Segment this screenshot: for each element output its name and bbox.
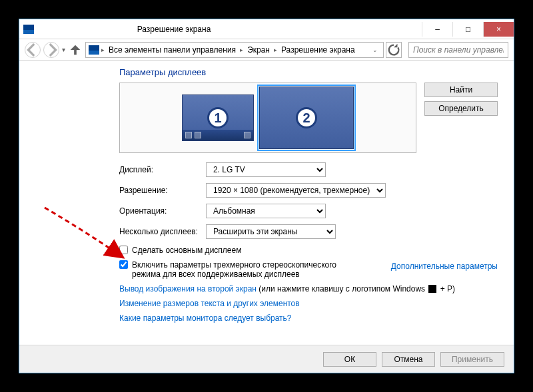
arrow-right-icon xyxy=(44,43,59,57)
screen-resolution-window: Разрешение экрана – □ × ▾ ▸ Все элементы… xyxy=(19,19,514,373)
stereo-checkbox[interactable] xyxy=(119,260,128,269)
window-title: Разрешение экрана xyxy=(0,25,422,34)
second-screen-link[interactable]: Вывод изображения на второй экран xyxy=(119,284,257,294)
stereo-label: Включить параметры трехмерного стереоско… xyxy=(132,260,358,279)
content-area: Параметры дисплеев 1 2 Найти Определить … xyxy=(19,61,514,345)
close-button[interactable]: × xyxy=(483,22,514,37)
monitor-1-taskbar xyxy=(183,130,253,140)
monitor-1-badge: 1 xyxy=(207,107,229,128)
make-primary-label: Сделать основным дисплеем xyxy=(132,246,241,255)
arrow-up-icon xyxy=(68,43,83,57)
cancel-button[interactable]: Отмена xyxy=(382,352,435,367)
multiple-displays-label: Несколько дисплеев: xyxy=(119,227,206,236)
breadcrumb-1[interactable]: Все элементы панели управления xyxy=(107,45,238,55)
titlebar-buttons: – □ × xyxy=(422,22,514,37)
identify-button[interactable]: Определить xyxy=(424,101,498,116)
address-bar[interactable]: ▸ Все элементы панели управления ▸ Экран… xyxy=(85,42,384,58)
maximize-button[interactable]: □ xyxy=(452,22,483,37)
minimize-icon: – xyxy=(435,25,440,34)
resolution-select[interactable]: 1920 × 1080 (рекомендуется, трехмерное) xyxy=(206,183,386,198)
breadcrumb-2[interactable]: Экран xyxy=(245,45,272,55)
orientation-select[interactable]: Альбомная xyxy=(206,204,326,218)
close-icon: × xyxy=(496,25,501,34)
monitor-2[interactable]: 2 xyxy=(259,87,354,149)
advanced-settings-link[interactable]: Дополнительные параметры xyxy=(391,262,498,271)
chevron-right-icon: ▸ xyxy=(101,47,105,53)
titlebar: Разрешение экрана – □ × xyxy=(19,19,514,39)
breadcrumb-3[interactable]: Разрешение экрана xyxy=(279,45,357,55)
ok-button[interactable]: ОК xyxy=(323,352,376,367)
display-select[interactable]: 2. LG TV xyxy=(206,162,326,177)
monitor-1[interactable]: 1 xyxy=(182,95,254,141)
orientation-label: Ориентация: xyxy=(119,206,206,216)
navbar: ▾ ▸ Все элементы панели управления ▸ Экр… xyxy=(19,39,514,61)
dialog-footer: ОК Отмена Применить xyxy=(19,345,514,373)
nav-history-dropdown[interactable]: ▾ xyxy=(62,46,65,53)
search-input[interactable] xyxy=(408,42,508,58)
second-screen-hint-2: + P) xyxy=(438,284,455,294)
maximize-icon: □ xyxy=(466,25,470,34)
multiple-displays-select[interactable]: Расширить эти экраны xyxy=(206,224,336,239)
text-size-link[interactable]: Изменение размеров текста и других элеме… xyxy=(119,299,300,308)
arrow-left-icon xyxy=(25,43,40,57)
display-arrangement-box[interactable]: 1 2 xyxy=(119,83,416,153)
refresh-icon xyxy=(386,43,401,57)
monitor-help-link[interactable]: Какие параметры монитора следует выбрать… xyxy=(119,313,292,323)
minimize-button[interactable]: – xyxy=(422,22,452,37)
chevron-right-icon: ▸ xyxy=(240,47,243,53)
display-label: Дисплей: xyxy=(119,165,206,174)
nav-back-button[interactable] xyxy=(25,42,41,58)
make-primary-checkbox[interactable] xyxy=(119,246,128,254)
refresh-button[interactable] xyxy=(386,42,402,58)
address-dropdown[interactable]: ⌄ xyxy=(370,47,380,53)
apply-button[interactable]: Применить xyxy=(440,352,504,367)
monitor-2-badge: 2 xyxy=(296,107,317,128)
resolution-label: Разрешение: xyxy=(119,186,206,195)
windows-key-icon xyxy=(428,285,436,293)
find-button[interactable]: Найти xyxy=(424,83,498,97)
page-title: Параметры дисплеев xyxy=(119,67,498,77)
second-screen-hint-1: (или нажмите клавишу с логотипом Windows xyxy=(257,284,427,294)
nav-up-button[interactable] xyxy=(68,43,83,57)
chevron-right-icon: ▸ xyxy=(274,47,277,53)
nav-forward-button[interactable] xyxy=(43,42,59,58)
controlpanel-icon xyxy=(89,45,99,55)
